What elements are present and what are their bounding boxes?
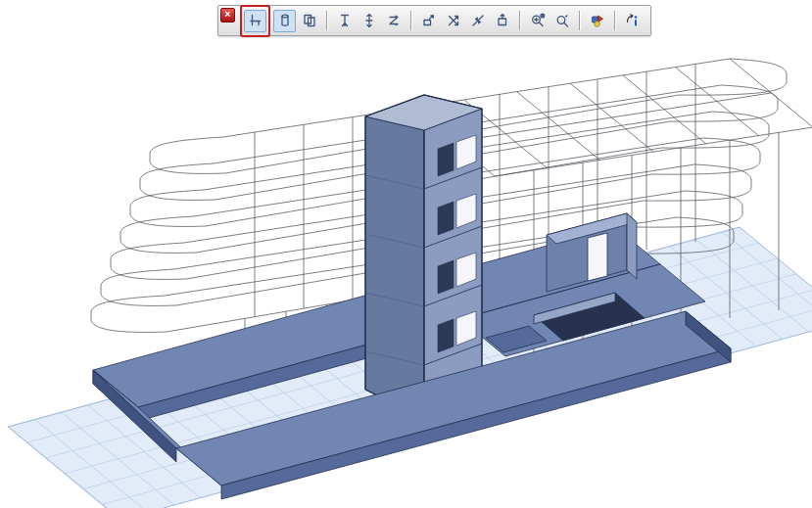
elevate-tool-button[interactable] [358,10,380,32]
tower-left-face [365,116,424,419]
magnifier-arrow-icon [554,13,570,28]
column-tool-button[interactable] [273,10,296,32]
wireframe-left-slab-caps [91,137,225,332]
offset-arrow-icon [421,13,437,28]
core-wall-return [627,213,637,279]
3d-viewport[interactable] [0,0,812,508]
skew-tool-button[interactable] [382,10,405,32]
zoom-in-button[interactable] [526,10,549,32]
toolbar-separator [410,11,411,30]
visualization-button[interactable] [586,10,608,32]
toolbar-separator [579,11,580,30]
mirror-axis-icon [470,13,486,28]
multiply-tool-button[interactable] [442,10,464,32]
stretch-tool-button[interactable] [333,10,356,32]
core-wall-door-opening [588,233,607,281]
drag-tool-button[interactable] [491,10,513,32]
tower [365,95,482,419]
zoom-select-button[interactable] [550,10,573,32]
box-pin-icon [495,13,510,28]
vertical-stretch-icon [361,13,377,28]
pin-stretch-icon [337,13,353,28]
wireframe-right-slab-caps [626,59,787,254]
column-icon [277,13,293,28]
magnifier-plus-icon [530,13,546,28]
toolbar-separator [614,11,615,30]
skew-icon [386,13,402,28]
chair-icon [248,13,263,28]
crossed-arrows-icon [446,13,461,28]
application-window: × [0,0,812,508]
info-arrow-icon [625,13,641,28]
furniture-tool-button[interactable] [244,10,266,32]
close-button[interactable]: × [220,8,235,23]
element-info-button[interactable] [621,10,644,32]
render-palette-icon [590,13,605,28]
toolbar-separator [326,11,327,30]
mirror-tool-button[interactable] [466,10,489,32]
copy-icon [302,13,317,28]
copy-button[interactable] [298,10,320,32]
floating-toolbar: × [217,5,651,36]
red-highlight-box [242,7,268,35]
3d-model-view [0,0,812,508]
toolbar-separator [519,11,520,30]
offset-tool-button[interactable] [417,10,440,32]
